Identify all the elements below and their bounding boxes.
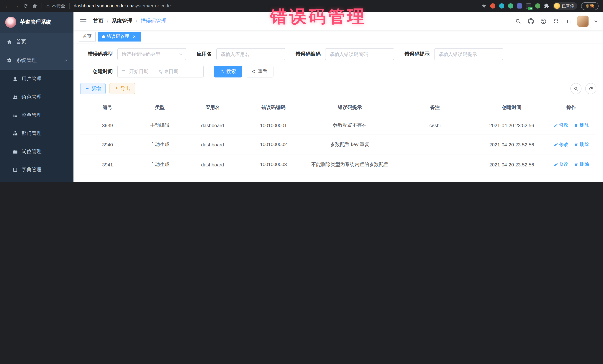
cell-time: 2021-04-20 23:52:56 [477, 116, 546, 135]
pencil-icon [554, 142, 558, 147]
sidebar-item-label: 首页 [16, 39, 26, 45]
cell-remark [393, 135, 477, 155]
delete-link[interactable]: 删除 [574, 181, 589, 182]
table-row[interactable]: 3939 手动编辑 dashboard 1001000001 参数配置不存在 c… [80, 116, 596, 135]
trash-icon [574, 123, 579, 128]
filter-label-app: 应用名 [197, 51, 212, 57]
action-label: 修改 [559, 181, 568, 182]
chevron-down-icon[interactable] [594, 19, 598, 22]
reload-icon[interactable] [23, 3, 28, 9]
address-bar[interactable]: dashboard.yudao.iocoder.cn/system/error-… [74, 3, 171, 9]
fullscreen-icon[interactable] [553, 18, 559, 24]
extension-icon[interactable] [499, 3, 504, 9]
hamburger-icon[interactable] [79, 17, 87, 25]
sidebar-item-label: 岗位管理 [22, 148, 42, 155]
cell-hint: 参数配置不存在 [307, 116, 393, 135]
breadcrumb: 首页 / 系统管理 / 错误码管理 [93, 18, 167, 24]
column-header-6: 创建时间 [477, 99, 546, 116]
add-button[interactable]: 新增 [80, 83, 106, 94]
sidebar-item-system-management[interactable]: 系统管理 [0, 51, 73, 70]
sidebar-item-label: 角色管理 [22, 94, 42, 100]
range-separator: - [153, 69, 155, 74]
toggle-search-button[interactable] [570, 83, 581, 94]
edit-link[interactable]: 修改 [554, 181, 568, 182]
date-range-picker[interactable]: 开始日期 - 结束日期 [117, 66, 204, 77]
cell-app: dashboard [185, 155, 240, 175]
pencil-icon [554, 123, 558, 128]
edit-link[interactable]: 修改 [554, 141, 568, 148]
edit-link[interactable]: 修改 [554, 161, 568, 168]
chevron-down-icon [179, 52, 182, 55]
sidebar-item-post-management[interactable]: 岗位管理 [0, 142, 73, 161]
refresh-table-button[interactable] [585, 83, 596, 94]
tab-error-code-management[interactable]: 错误码管理 × [98, 32, 141, 41]
briefcase-icon [13, 149, 18, 154]
browser-home-icon[interactable] [32, 3, 37, 9]
extension-icon[interactable]: on [526, 3, 531, 9]
browser-update-button[interactable]: 更新 [581, 2, 599, 10]
cell-hint: 不允许获取敏感配置到前端 [307, 175, 393, 182]
error-hint-input[interactable] [434, 48, 503, 60]
extension-icon[interactable] [517, 3, 522, 9]
delete-link[interactable]: 删除 [574, 141, 589, 148]
error-code-input[interactable] [325, 48, 394, 60]
sidebar-item-home[interactable]: 首页 [0, 33, 73, 51]
breadcrumb-system[interactable]: 系统管理 [112, 18, 132, 24]
bookmark-star-icon[interactable] [481, 3, 487, 9]
close-icon[interactable]: × [132, 34, 137, 39]
org-tree-icon [13, 131, 18, 136]
sidebar-item-menu-management[interactable]: 菜单管理 [0, 106, 73, 124]
sidebar-item-label: 系统管理 [16, 57, 37, 64]
export-button[interactable]: 导出 [109, 83, 135, 94]
vue-devtools-extension-icon[interactable] [508, 3, 513, 9]
extension-icon[interactable] [535, 3, 540, 9]
sidebar-item-notice[interactable]: 通知公告 [0, 179, 73, 182]
question-icon[interactable] [541, 18, 547, 24]
forward-icon[interactable]: → [14, 3, 19, 9]
back-icon[interactable]: ← [4, 3, 10, 9]
cell-code: 1001000004 [240, 175, 307, 182]
button-label: 新增 [91, 85, 101, 92]
button-label: 导出 [121, 85, 130, 92]
action-label: 修改 [559, 161, 568, 168]
active-dot-icon [102, 35, 105, 38]
search-icon[interactable] [515, 18, 522, 24]
refresh-icon [252, 69, 256, 74]
font-size-icon[interactable]: TT [566, 18, 571, 24]
sidebar: 芋道管理系统 首页 系统管理 用户管理 [0, 12, 73, 182]
sidebar-item-department-management[interactable]: 部门管理 [0, 124, 73, 142]
calendar-icon [121, 69, 126, 74]
security-chip[interactable]: ⚠ 不安全 [46, 3, 65, 9]
breadcrumb-home[interactable]: 首页 [93, 18, 104, 24]
action-label: 删除 [580, 141, 589, 148]
tab-home[interactable]: 首页 [79, 32, 96, 41]
extension-icon[interactable] [490, 3, 495, 9]
app-name-input[interactable] [216, 48, 285, 60]
reset-button[interactable]: 重置 [246, 66, 274, 77]
sidebar-item-user-management[interactable]: 用户管理 [0, 70, 73, 88]
browser-profile-chip[interactable]: 已暂停 [553, 2, 577, 10]
user-avatar[interactable] [577, 16, 589, 27]
error-type-select[interactable]: 请选择错误码类型 [117, 48, 186, 60]
breadcrumb-separator: / [107, 18, 108, 24]
top-navbar: 首页 / 系统管理 / 错误码管理 TT [73, 12, 603, 30]
cell-type: 自动生成 [135, 175, 185, 182]
users-icon [13, 94, 18, 99]
table-row[interactable]: 3941 自动生成 dashboard 1001000003 不能删除类型为系统… [80, 155, 596, 175]
table-row[interactable]: 3942 自动生成 dashboard 1001000004 不允许获取敏感配置… [80, 175, 596, 182]
delete-link[interactable]: 删除 [574, 122, 589, 128]
sidebar-item-role-management[interactable]: 角色管理 [0, 88, 73, 106]
search-icon [573, 86, 578, 91]
search-button[interactable]: 搜索 [214, 66, 242, 77]
list-icon [13, 112, 18, 118]
table-header-row: 编号类型应用名错误码编码错误码提示备注创建时间操作 [80, 99, 596, 116]
action-label: 修改 [559, 122, 568, 128]
divider [42, 3, 42, 9]
extensions-puzzle-icon[interactable] [544, 3, 549, 9]
cell-id: 3940 [80, 135, 135, 155]
table-row[interactable]: 3940 自动生成 dashboard 1001000002 参数配置 key … [80, 135, 596, 155]
edit-link[interactable]: 修改 [554, 122, 568, 128]
delete-link[interactable]: 删除 [574, 161, 589, 168]
sidebar-item-dict-management[interactable]: 字典管理 [0, 161, 73, 179]
github-icon[interactable] [528, 18, 534, 24]
